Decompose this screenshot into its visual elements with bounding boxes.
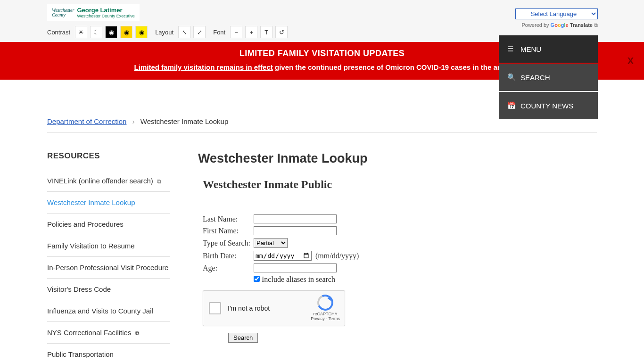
recaptcha-checkbox[interactable] <box>209 302 221 314</box>
contrast-black-button[interactable]: ◉ <box>105 26 117 38</box>
sidebar-item-vinelink[interactable]: VINELink (online offender search) ⧉ <box>47 170 170 192</box>
search-button[interactable]: Search <box>228 333 258 343</box>
search-type-select[interactable]: Partial <box>254 238 288 248</box>
contrast-yellow-button[interactable]: ◉ <box>120 26 132 38</box>
logo-text: WestchesterCounty <box>52 8 74 17</box>
age-label: Age: <box>203 264 254 272</box>
calendar-icon: 📅 <box>507 101 515 110</box>
birth-date-label: Birth Date: <box>203 252 254 260</box>
hamburger-icon: ☰ <box>507 45 515 53</box>
search-form: Last Name: First Name: Type of Search: P… <box>203 214 597 343</box>
page-subtitle: Westchester Inmate Public <box>203 178 597 191</box>
nav-search-button[interactable]: 🔍 SEARCH <box>499 64 598 91</box>
logo-executive-name: George Latimer <box>77 7 134 14</box>
contrast-label: Contrast <box>47 29 70 36</box>
sidebar-item-dress-code[interactable]: Visitor's Dress Code <box>47 279 170 300</box>
contrast-default-button[interactable]: ☀ <box>75 26 87 38</box>
banner-link[interactable]: Limited family visitation remains in eff… <box>134 63 273 71</box>
logo-executive-title: Westchester County Executive <box>77 14 134 18</box>
layout-wide-button[interactable]: ⤢ <box>193 26 206 38</box>
age-input[interactable] <box>254 263 337 272</box>
aliases-label: Include aliases in search <box>262 275 335 283</box>
sidebar-item-transportation[interactable]: Public Transportation <box>47 344 170 362</box>
sidebar-item-policies[interactable]: Policies and Procedures <box>47 214 170 235</box>
birth-date-input[interactable] <box>254 251 312 261</box>
font-reset-button[interactable]: ↺ <box>275 26 288 38</box>
external-link-icon: ⧉ <box>157 178 161 185</box>
breadcrumb-current: Westchester Inmate Lookup <box>140 117 229 125</box>
recaptcha-widget[interactable]: I'm not a robot reCAPTCHA Privacy - Term… <box>203 290 345 326</box>
chevron-right-icon: › <box>132 117 135 125</box>
sidebar-item-nys-facilities[interactable]: NYS Correctional Facilities ⧉ <box>47 322 170 344</box>
external-link-icon: ⧉ <box>135 330 140 337</box>
last-name-input[interactable] <box>254 214 337 223</box>
external-link-icon: ⧉ <box>594 22 598 28</box>
first-name-label: First Name: <box>203 227 254 235</box>
recaptcha-text: I'm not a robot <box>228 304 270 312</box>
first-name-input[interactable] <box>254 226 337 235</box>
sidebar-item-visitation[interactable]: Family Visitation to Resume <box>47 235 170 257</box>
font-label: Font <box>213 29 225 36</box>
banner-close-button[interactable]: X <box>627 56 634 66</box>
aliases-checkbox[interactable] <box>254 276 260 282</box>
translate-attribution: Powered by Google Translate ⧉ <box>515 22 598 28</box>
layout-label: Layout <box>155 29 173 36</box>
language-select[interactable]: Select Language <box>515 8 598 19</box>
font-readable-button[interactable]: T <box>260 26 272 38</box>
breadcrumb-root-link[interactable]: Department of Correction <box>47 117 126 125</box>
recaptcha-badge: reCAPTCHA Privacy - Terms <box>311 295 340 321</box>
resources-sidebar: RESOURCES VINELink (online offender sear… <box>47 151 170 362</box>
sidebar-heading: RESOURCES <box>47 151 170 161</box>
google-logo-icon: Google <box>551 22 569 28</box>
font-decrease-button[interactable]: − <box>230 26 242 38</box>
nav-menu-button[interactable]: ☰ MENU <box>499 35 598 63</box>
recaptcha-icon <box>317 295 333 311</box>
contrast-highvis-button[interactable]: ◉ <box>135 26 148 38</box>
page-title: Westchester Inmate Lookup <box>198 151 597 166</box>
search-icon: 🔍 <box>507 73 515 82</box>
nav-news-button[interactable]: 📅 COUNTY NEWS <box>499 92 598 119</box>
contrast-night-button[interactable]: ☾ <box>90 26 102 38</box>
sidebar-item-influenza[interactable]: Influenza and Visits to County Jail <box>47 300 170 322</box>
last-name-label: Last Name: <box>203 215 254 223</box>
site-logo[interactable]: WestchesterCounty George Latimer Westche… <box>47 4 140 21</box>
search-type-label: Type of Search: <box>203 239 254 247</box>
birth-date-hint: (mm/dd/yyyy) <box>315 252 359 260</box>
layout-fixed-button[interactable]: ⤡ <box>178 26 190 38</box>
sidebar-item-professional-visit[interactable]: In-Person Professional Visit Procedure <box>47 257 170 279</box>
font-increase-button[interactable]: + <box>245 26 257 38</box>
sidebar-item-inmate-lookup[interactable]: Westchester Inmate Lookup <box>47 192 170 214</box>
